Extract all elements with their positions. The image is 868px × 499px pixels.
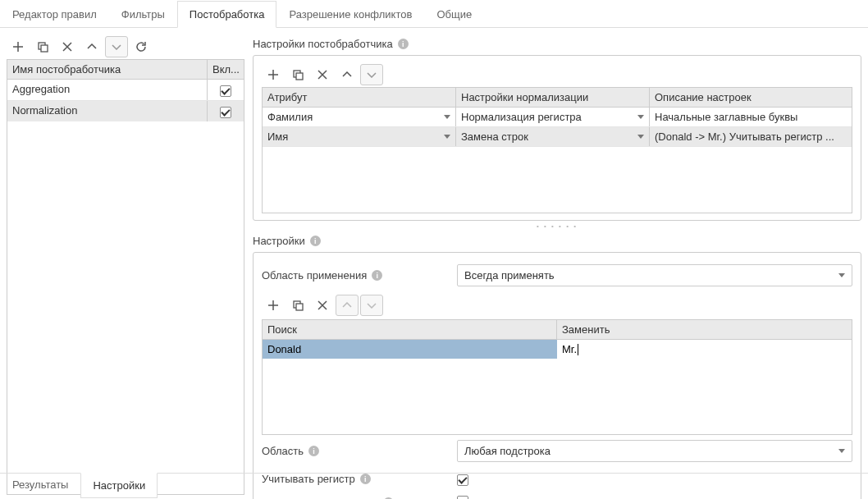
postprocessor-row[interactable]: Aggregation xyxy=(7,80,244,101)
info-icon[interactable]: i xyxy=(310,236,321,246)
attributes-grid: Атрибут Настройки нормализации Описание … xyxy=(262,87,852,213)
postprocessor-settings-title: Настройки постобработчика i xyxy=(253,34,861,55)
tab-general[interactable]: Общие xyxy=(424,1,484,28)
tab-filters[interactable]: Фильтры xyxy=(109,1,177,28)
top-tabs: Редактор правил Фильтры Постобработка Ра… xyxy=(0,0,868,28)
info-icon[interactable]: i xyxy=(308,446,319,456)
attr-norm-cell[interactable]: Нормализация регистра xyxy=(456,108,650,126)
postprocessor-enabled[interactable] xyxy=(208,101,244,121)
attr-toolbar xyxy=(262,62,852,87)
move-down-icon[interactable] xyxy=(105,36,128,57)
attr-name-cell[interactable]: Имя xyxy=(263,127,456,146)
postprocessor-enabled[interactable] xyxy=(208,80,244,100)
settings-panel: Область применения i Всегда применять По… xyxy=(253,252,861,499)
info-icon[interactable]: i xyxy=(372,270,382,281)
postprocessor-name: Normalization xyxy=(7,101,208,121)
attr-norm-cell[interactable]: Замена строк xyxy=(456,127,650,146)
tab-postprocessing[interactable]: Постобработка xyxy=(177,1,277,28)
refresh-icon[interactable] xyxy=(130,36,153,57)
move-up-icon[interactable] xyxy=(80,36,103,57)
delete-icon[interactable] xyxy=(56,36,79,57)
replace-toolbar xyxy=(262,291,852,319)
add-icon[interactable] xyxy=(262,295,285,316)
bottom-tabs: Результаты Настройки xyxy=(0,473,868,499)
copy-icon[interactable] xyxy=(31,36,54,57)
chevron-down-icon xyxy=(838,449,845,453)
resize-handle[interactable]: • • • • • • xyxy=(253,221,861,231)
text-cursor xyxy=(578,344,578,355)
attribute-row[interactable]: Фамилия Нормализация регистра Начальные … xyxy=(263,108,852,127)
section-label: Настройки постобработчика xyxy=(253,38,393,50)
move-down-icon[interactable] xyxy=(360,64,383,85)
chevron-down-icon xyxy=(838,273,845,277)
search-replace-row[interactable]: Donald Mr. xyxy=(263,340,852,359)
attributes-panel: Атрибут Настройки нормализации Описание … xyxy=(253,55,861,221)
info-icon[interactable]: i xyxy=(398,39,409,49)
move-up-icon[interactable] xyxy=(336,295,359,316)
move-down-icon[interactable] xyxy=(360,295,383,316)
col-name[interactable]: Имя постобработчика xyxy=(7,60,208,79)
postprocessor-row[interactable]: Normalization xyxy=(7,101,244,121)
area-select[interactable]: Любая подстрока xyxy=(457,440,852,462)
attribute-row[interactable]: Имя Замена строк (Donald -> Mr.) Учитыва… xyxy=(263,127,852,147)
col-search[interactable]: Поиск xyxy=(263,320,557,339)
col-enabled[interactable]: Вкл... xyxy=(208,60,244,79)
delete-icon[interactable] xyxy=(311,295,334,316)
settings-title: Настройки i xyxy=(253,231,861,252)
search-replace-grid: Поиск Заменить Donald Mr. xyxy=(262,319,852,435)
scope-label: Область применения i xyxy=(262,269,450,282)
chevron-down-icon xyxy=(637,135,644,139)
search-cell[interactable]: Donald xyxy=(263,340,557,359)
postprocessor-grid: Имя постобработчика Вкл... Aggregation N… xyxy=(7,59,244,495)
svg-rect-5 xyxy=(296,304,303,310)
tab-settings[interactable]: Настройки xyxy=(80,473,158,498)
tab-conflict-resolution[interactable]: Разрешение конфликтов xyxy=(276,1,424,28)
svg-rect-1 xyxy=(41,45,48,52)
area-label: Область i xyxy=(262,445,450,457)
tab-results[interactable]: Результаты xyxy=(0,473,80,498)
replace-cell[interactable]: Mr. xyxy=(557,340,852,359)
add-icon[interactable] xyxy=(7,36,30,57)
attr-desc-cell: (Donald -> Mr.) Учитывать регистр ... xyxy=(650,127,852,146)
col-replace[interactable]: Заменить xyxy=(557,320,852,339)
postprocessor-name: Aggregation xyxy=(7,80,208,100)
copy-icon[interactable] xyxy=(286,295,309,316)
chevron-down-icon xyxy=(444,115,450,119)
chevron-down-icon xyxy=(637,115,644,119)
col-description[interactable]: Описание настроек xyxy=(650,88,852,107)
tab-rule-editor[interactable]: Редактор правил xyxy=(0,1,109,28)
add-icon[interactable] xyxy=(262,64,285,85)
copy-icon[interactable] xyxy=(286,64,309,85)
move-up-icon[interactable] xyxy=(336,64,359,85)
chevron-down-icon xyxy=(444,135,450,139)
svg-rect-3 xyxy=(296,73,303,80)
col-attribute[interactable]: Атрибут xyxy=(263,88,456,107)
col-normalization[interactable]: Настройки нормализации xyxy=(456,88,650,107)
delete-icon[interactable] xyxy=(311,64,334,85)
scope-select[interactable]: Всегда применять xyxy=(457,264,852,286)
left-toolbar xyxy=(7,34,244,59)
section-label: Настройки xyxy=(253,235,305,247)
attr-desc-cell: Начальные заглавные буквы xyxy=(650,108,852,126)
attr-name-cell[interactable]: Фамилия xyxy=(263,108,456,126)
